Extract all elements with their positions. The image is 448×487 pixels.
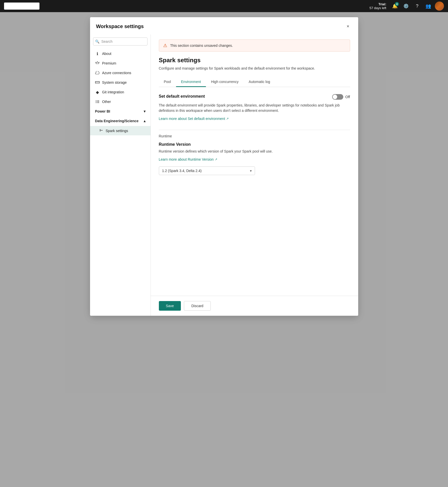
tab-automatic-log[interactable]: Automatic log: [244, 77, 275, 87]
sidebar-item-label: Premium: [102, 61, 116, 65]
link-text: Learn more about Runtime Version: [159, 157, 214, 161]
chevron-up-icon: ▴: [144, 119, 145, 123]
learn-more-runtime-link[interactable]: Learn more about Runtime Version ↗: [159, 157, 217, 161]
modal-title: Workspace settings: [96, 24, 144, 29]
cloud-icon: [95, 71, 100, 75]
sidebar-item-label: Other: [102, 100, 111, 104]
modal-header: Workspace settings ×: [90, 17, 358, 34]
section-header-left: Set default environment: [159, 94, 332, 101]
close-button[interactable]: ×: [344, 22, 352, 30]
tabs: Pool Environment High concurrency Automa…: [159, 77, 350, 87]
link-text: Learn more about Set default environment: [159, 117, 225, 121]
sidebar-item-spark-settings[interactable]: Spark settings: [90, 126, 151, 135]
sidebar-item-label: Git integration: [102, 90, 124, 94]
page-description: Configure and manage settings for Spark …: [159, 66, 350, 71]
trial-label: Trial:: [370, 2, 387, 6]
other-icon: [95, 99, 100, 104]
dropdown-value: 1.2 (Spark 3.4, Delta 2.4): [162, 169, 202, 173]
warning-text: This section contains unsaved changes.: [170, 44, 233, 48]
runtime-version-title: Runtime Version: [159, 142, 350, 147]
sidebar-section-data-engineering[interactable]: Data Engineering/Science ▴: [90, 116, 151, 125]
save-button[interactable]: Save: [159, 301, 181, 311]
topbar-right: Trial: 57 days left 🔔 4 ⚙️ ? 👥: [370, 2, 444, 11]
sidebar-item-label: System storage: [102, 80, 127, 84]
info-icon: ℹ: [95, 51, 100, 56]
set-default-env-title: Set default environment: [159, 94, 332, 99]
set-default-env-section: Set default environment Off: [159, 94, 350, 101]
sidebar-item-system-storage[interactable]: System storage: [90, 78, 151, 87]
chevron-down-icon: ▾: [250, 169, 252, 173]
sidebar-item-about[interactable]: ℹ About: [90, 49, 151, 58]
sidebar-item-label: About: [102, 52, 112, 56]
sidebar-item-premium[interactable]: Premium: [90, 59, 151, 68]
sidebar-item-label: Spark settings: [106, 129, 128, 133]
page-title: Spark settings: [159, 57, 350, 64]
svg-rect-1: [95, 81, 99, 82]
sidebar-item-git-integration[interactable]: ◆ Git integration: [90, 88, 151, 97]
runtime-version-description: Runtime version defines which version of…: [159, 149, 350, 154]
section-divider: [159, 130, 350, 130]
discard-button[interactable]: Discard: [184, 301, 210, 311]
settings-button[interactable]: ⚙️: [401, 2, 411, 11]
spark-icon: [99, 128, 103, 133]
people-button[interactable]: 👥: [424, 2, 433, 11]
sidebar: 🔍 ℹ About Premium: [90, 34, 151, 316]
default-env-toggle[interactable]: [332, 94, 343, 100]
toggle-container: Off: [332, 94, 350, 100]
content-area: ⚠ This section contains unsaved changes.…: [151, 34, 358, 296]
warning-banner: ⚠ This section contains unsaved changes.: [159, 39, 350, 52]
chevron-down-icon: ▾: [144, 109, 145, 113]
premium-icon: [95, 61, 100, 66]
workspace-settings-modal: Workspace settings × 🔍 ℹ About: [90, 17, 358, 316]
runtime-version-dropdown[interactable]: 1.2 (Spark 3.4, Delta 2.4) ▾: [159, 166, 255, 175]
topbar: Trial: 57 days left 🔔 4 ⚙️ ? 👥: [0, 0, 448, 12]
modal-body: 🔍 ℹ About Premium: [90, 34, 358, 316]
main-content: ⚠ This section contains unsaved changes.…: [151, 34, 358, 316]
toggle-label: Off: [345, 95, 350, 99]
git-icon: ◆: [95, 90, 100, 94]
logo[interactable]: [4, 3, 39, 10]
external-link-icon: ↗: [226, 117, 229, 120]
warning-icon: ⚠: [163, 43, 167, 48]
set-default-env-description: The default environment will provide Spa…: [159, 103, 350, 113]
modal-footer: Save Discard: [151, 296, 358, 316]
help-button[interactable]: ?: [413, 2, 422, 11]
sidebar-section-power-bi[interactable]: Power BI ▾: [90, 107, 151, 116]
notification-badge: 4: [395, 2, 399, 6]
external-link-icon: ↗: [215, 158, 217, 161]
tab-pool[interactable]: Pool: [159, 77, 176, 87]
user-avatar[interactable]: [435, 2, 444, 11]
trial-info: Trial: 57 days left: [370, 2, 387, 10]
search-input[interactable]: [93, 37, 147, 46]
notification-button[interactable]: 🔔 4: [390, 2, 399, 11]
modal-overlay: Workspace settings × 🔍 ℹ About: [0, 12, 448, 487]
sidebar-item-other[interactable]: Other: [90, 97, 151, 106]
trial-days: 57 days left: [370, 6, 387, 10]
learn-more-default-env-link[interactable]: Learn more about Set default environment…: [159, 117, 229, 121]
tab-high-concurrency[interactable]: High concurrency: [206, 77, 244, 87]
section-label: Data Engineering/Science: [95, 119, 139, 123]
sidebar-item-label: Azure connections: [102, 71, 131, 75]
storage-icon: [95, 80, 100, 85]
search-icon: 🔍: [95, 39, 99, 44]
section-label: Power BI: [95, 109, 110, 113]
runtime-label: Runtime: [159, 134, 350, 138]
sidebar-item-azure-connections[interactable]: Azure connections: [90, 68, 151, 77]
search-box: 🔍: [93, 37, 147, 46]
tab-environment[interactable]: Environment: [176, 77, 206, 87]
